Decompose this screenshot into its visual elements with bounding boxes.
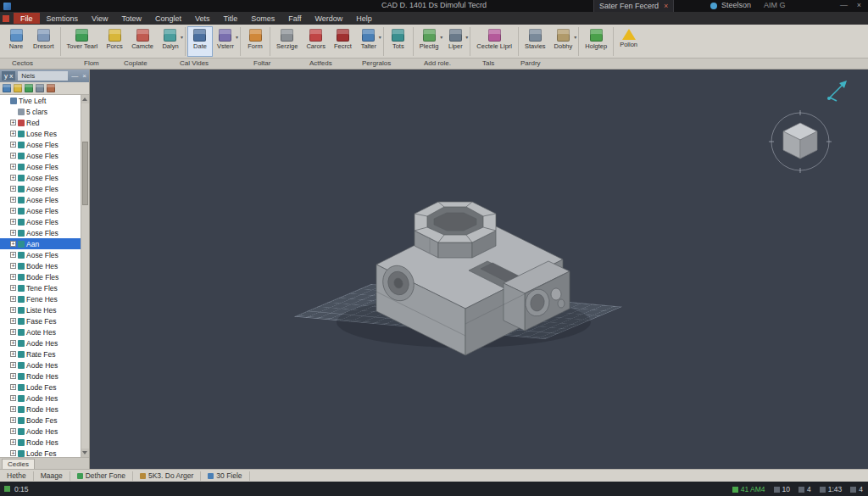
tree-item[interactable]: Aose Fles <box>0 172 81 183</box>
expander-icon[interactable] <box>10 395 16 401</box>
ribbon-tool[interactable]: Dalyn ▾ <box>158 26 183 57</box>
expander-icon[interactable] <box>10 263 16 269</box>
tree-item[interactable]: Liste Hes <box>0 304 81 315</box>
expander-icon[interactable] <box>10 175 16 181</box>
tree-item[interactable]: Aode Hes <box>0 337 81 348</box>
tree-item[interactable]: Bode Fles <box>0 271 81 282</box>
tree-item[interactable]: Aode Hes <box>0 426 81 437</box>
panel-tab-cedies[interactable]: Cedies <box>2 459 35 469</box>
menu-item[interactable]: Faff <box>281 13 308 24</box>
document-tab[interactable]: Sater Fen Fecerd × <box>593 0 674 12</box>
menu-item[interactable]: Semtions <box>40 13 86 24</box>
tree-item[interactable]: Red <box>0 117 81 128</box>
expander-icon[interactable] <box>10 208 16 214</box>
new-file-icon[interactable] <box>3 84 11 92</box>
expander-icon[interactable] <box>10 274 16 280</box>
expander-icon[interactable] <box>10 131 16 137</box>
expander-icon[interactable] <box>10 362 16 368</box>
ribbon-tool[interactable]: Liper ▾ <box>442 26 468 57</box>
status-item[interactable]: 5K3. Do Arger <box>133 471 201 481</box>
menu-item[interactable]: Somes <box>244 13 281 24</box>
expander-icon[interactable] <box>10 252 16 258</box>
bottom-bar-item[interactable]: 1:43 <box>820 485 843 493</box>
panel-header-tabs[interactable]: y x <box>2 71 15 81</box>
scroll-up-icon[interactable] <box>81 95 89 103</box>
bottom-bar-item[interactable]: 4 <box>798 485 811 493</box>
view-cube[interactable] <box>769 110 832 173</box>
ribbon-tool[interactable]: Holgtep ▾ <box>581 26 611 57</box>
menu-item[interactable]: Werdow <box>309 13 350 24</box>
bottom-bar-item[interactable]: 41 AM4 <box>732 485 765 493</box>
tree-item[interactable]: Aode Hes <box>0 359 81 371</box>
expander-icon[interactable] <box>10 329 16 335</box>
expander-icon[interactable] <box>10 406 16 412</box>
expander-icon[interactable] <box>10 296 16 302</box>
ribbon-tool[interactable]: Porcs ▾ <box>102 26 127 57</box>
ribbon-tool[interactable]: Stavies ▾ <box>520 26 550 57</box>
expander-icon[interactable] <box>10 307 16 313</box>
filter-icon[interactable] <box>36 84 44 92</box>
ribbon-tool[interactable]: Dresort ▾ <box>29 26 58 57</box>
tree-item[interactable]: Fene Hes <box>0 293 81 304</box>
tree-scrollbar[interactable] <box>81 95 89 457</box>
refresh-icon[interactable] <box>25 84 33 92</box>
expander-icon[interactable] <box>10 373 16 379</box>
ribbon-tool[interactable]: Form ▾ <box>242 26 268 57</box>
minimize-button[interactable]: — <box>840 1 848 9</box>
layers-icon[interactable] <box>47 84 55 92</box>
status-item[interactable]: Hethe <box>0 471 34 481</box>
expander-icon[interactable] <box>10 318 16 324</box>
ribbon-tool[interactable]: Carors ▾ <box>302 26 330 57</box>
expander-icon[interactable] <box>10 230 16 236</box>
status-item[interactable]: Maage <box>34 471 70 481</box>
expander-icon[interactable] <box>10 384 16 390</box>
ribbon-tool[interactable]: Talter ▾ <box>356 26 381 57</box>
menu-item[interactable]: Totew <box>114 13 148 24</box>
tree-item[interactable]: Aose Fles <box>0 194 81 205</box>
expander-icon[interactable] <box>10 186 16 192</box>
tree-item[interactable]: Aote Hes <box>0 326 81 337</box>
tree-item[interactable]: Tene Fles <box>0 282 81 293</box>
tree-item[interactable]: Aose Fles <box>0 216 81 227</box>
viewport-3d[interactable] <box>91 70 868 469</box>
menu-item[interactable]: View <box>85 13 114 24</box>
scrollbar-thumb[interactable] <box>82 142 88 205</box>
ribbon-tool[interactable]: Tots ▾ <box>386 26 411 57</box>
panel-close-icon[interactable]: × <box>81 73 87 80</box>
tree-item[interactable]: Rode Hes <box>0 371 81 382</box>
expander-icon[interactable] <box>10 164 16 170</box>
expander-icon[interactable] <box>10 120 16 125</box>
menu-item[interactable]: File <box>14 13 40 24</box>
menu-item[interactable]: Title <box>216 13 244 24</box>
tree-item[interactable]: Rode Hes <box>0 437 81 448</box>
menu-item[interactable]: Help <box>349 13 379 24</box>
tree-item[interactable]: Aose Fles <box>0 150 81 161</box>
status-item[interactable]: Dether Fone <box>70 471 133 481</box>
close-button[interactable]: × <box>857 1 861 9</box>
tree-item[interactable]: Fase Fes <box>0 315 81 326</box>
expander-icon[interactable] <box>10 428 16 434</box>
tree-item[interactable]: Aose Fles <box>0 139 81 150</box>
ribbon-tool[interactable]: Camcte ▾ <box>127 26 158 57</box>
tree-item[interactable]: Rode Hes <box>0 404 81 415</box>
ribbon-tool[interactable]: Nare ▾ <box>3 26 29 57</box>
ribbon-tool[interactable]: Pollon ▾ <box>615 26 642 57</box>
scroll-down-icon[interactable] <box>81 449 89 457</box>
ribbon-tool[interactable]: Plectig ▾ <box>415 26 443 57</box>
tree-item[interactable]: 5 clars <box>0 106 81 117</box>
expander-icon[interactable] <box>10 450 16 456</box>
expander-icon[interactable] <box>10 142 16 148</box>
ribbon-tool[interactable]: Dobhy ▾ <box>550 26 577 57</box>
ribbon-tool[interactable]: Fecrct ▾ <box>330 26 356 57</box>
tree-item[interactable]: Rate Fes <box>0 348 81 359</box>
ribbon-tool[interactable]: Tover Tearl ▾ <box>63 26 103 57</box>
menu-item[interactable]: Vets <box>188 13 217 24</box>
expander-icon[interactable] <box>10 285 16 291</box>
expander-icon[interactable] <box>10 439 16 445</box>
tree-item[interactable]: Aose Fles <box>0 183 81 194</box>
expander-icon[interactable] <box>10 197 16 203</box>
expander-icon[interactable] <box>10 351 16 357</box>
expander-icon[interactable] <box>10 340 16 346</box>
tree-item[interactable]: Tive Left <box>0 95 81 106</box>
tree-item[interactable]: Lode Fes <box>0 382 81 393</box>
